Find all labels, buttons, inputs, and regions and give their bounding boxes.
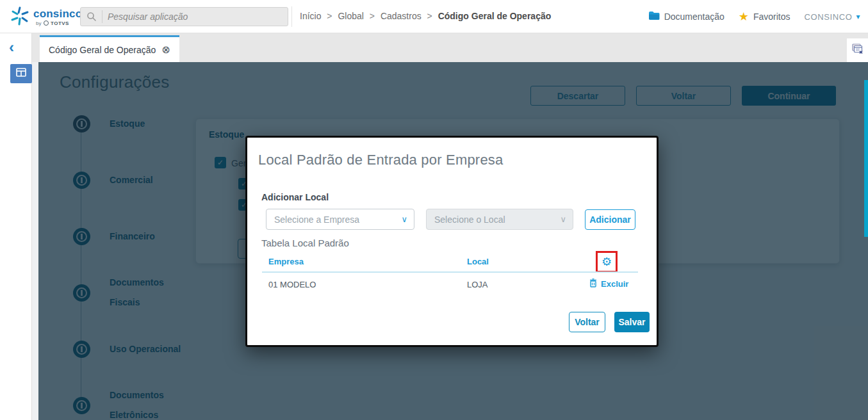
table-caption: Tabela Local Padrão [261,238,349,248]
breadcrumb-separator: > [327,11,332,21]
breadcrumb-cadastros[interactable]: Cadastros [381,11,422,21]
add-local-section-label: Adicionar Local [261,192,329,202]
breadcrumb: Início > Global > Cadastros > Código Ger… [300,11,551,21]
breadcrumb-global[interactable]: Global [338,11,363,21]
table-cell-empresa: 01 MODELO [268,280,316,289]
header-actions: Documentação ★ Favoritos CONSINCO ▾ [648,0,860,33]
breadcrumb-separator: > [370,11,375,21]
close-all-tabs-icon [852,44,864,57]
modal-save-button[interactable]: Salvar [614,312,650,332]
app-window: consinco by TOTVS Início > Global > Cada… [0,0,868,420]
column-header-empresa[interactable]: Empresa [268,257,304,266]
modal-back-button[interactable]: Voltar [569,312,605,332]
search-input[interactable] [108,12,268,22]
local-padrao-modal: Local Padrão de Entrada por Empresa Adic… [245,136,659,347]
search-icon [86,10,102,23]
brand-byline: by TOTVS [36,20,69,26]
local-select-placeholder: Selecione o Local [434,214,505,225]
tab-bar: Código Geral de Operação ⊗ [32,33,868,62]
favorites-link[interactable]: ★ Favoritos [739,10,790,24]
totvs-icon [44,20,49,26]
collapse-sidebar-button[interactable]: ‹ [9,41,14,54]
breadcrumb-home[interactable]: Início [300,11,321,21]
local-select[interactable]: Selecione o Local ∨ [426,209,573,230]
company-select-placeholder: Selecione a Empresa [274,214,359,225]
account-menu[interactable]: CONSINCO ▾ [805,12,860,22]
table-cell-local: LOJA [467,280,488,289]
chevron-down-icon: ▾ [856,12,860,21]
company-select[interactable]: Selecione a Empresa ∨ [266,209,414,230]
consinco-starburst-icon [10,6,29,28]
menu-grid-button[interactable] [10,64,32,83]
brand-name: consinco [33,8,82,20]
top-header: consinco by TOTVS Início > Global > Cada… [0,0,868,33]
account-label: CONSINCO [805,12,853,22]
chevron-down-icon: ∨ [560,214,566,224]
delete-row-button[interactable]: Excluir [589,279,628,289]
consinco-logo[interactable]: consinco by TOTVS [10,4,74,29]
tab-codigo-geral-de-operacao[interactable]: Código Geral de Operação ⊗ [40,35,179,62]
star-icon: ★ [739,10,749,24]
breadcrumb-separator: > [427,11,432,21]
chevron-down-icon: ∨ [401,214,407,224]
gear-icon[interactable]: ⚙ [602,256,612,268]
grid-icon [16,68,26,79]
vertical-scrollbar[interactable] [864,80,868,237]
close-tab-icon[interactable]: ⊗ [161,44,170,56]
folder-icon [648,11,660,22]
documentation-label: Documentação [664,12,725,22]
breadcrumb-current: Código Geral de Operação [438,11,552,21]
close-all-tabs-button[interactable] [847,38,868,62]
favorites-label: Favoritos [753,12,790,22]
app-search[interactable] [80,7,288,26]
add-button[interactable]: Adicionar [585,209,635,230]
tab-label: Código Geral de Operação [49,45,156,55]
column-header-local[interactable]: Local [467,257,489,266]
left-sidebar: ‹ [0,33,32,420]
highlight-box: ⚙ [596,251,618,273]
header-divider [291,6,292,27]
trash-icon [589,279,597,289]
documentation-link[interactable]: Documentação [648,11,725,22]
table-header-rule [262,271,638,273]
delete-label: Excluir [601,279,628,289]
modal-title: Local Padrão de Entrada por Empresa [258,152,503,168]
